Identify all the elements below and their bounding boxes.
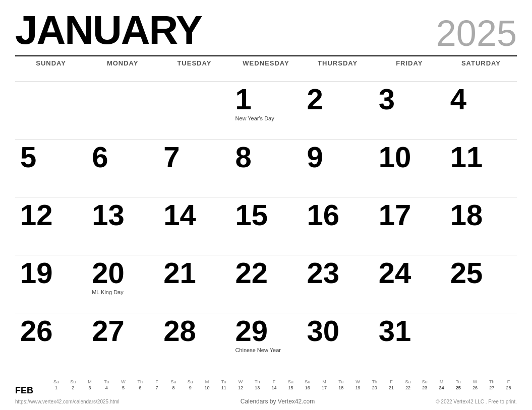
footer-left: https://www.vertex42.com/calendars/2025.… [15, 399, 120, 404]
day-cell: 25 [445, 255, 517, 313]
mini-day-cell: 13 [249, 385, 266, 390]
day-number: 24 [379, 258, 411, 288]
mini-header-cell: M [199, 379, 215, 385]
mini-header-cell: Sa [400, 379, 417, 385]
mini-header-cell: Tu [215, 379, 232, 385]
day-cell: 20ML King Day [87, 255, 158, 313]
footer-center: Calendars by Vertex42.com [241, 398, 315, 405]
day-cell: 12 [15, 197, 87, 255]
day-number: 2 [307, 85, 323, 114]
mini-day-cell: 18 [333, 385, 349, 390]
mini-header-cell: W [466, 379, 483, 385]
mini-day-cell: 25 [450, 385, 466, 390]
header-row: JANUARY 2025 [15, 10, 517, 51]
mini-day-cell: 24 [433, 385, 450, 390]
mini-header-cell: Su [182, 379, 199, 385]
day-number: 4 [450, 85, 466, 114]
mini-day-cell: 16 [299, 385, 316, 390]
day-number: 5 [20, 143, 36, 172]
mini-header-cell: F [148, 379, 165, 385]
mini-day-cell: 11 [215, 385, 232, 390]
day-header: THURSDAY [302, 55, 374, 81]
day-cell: 4 [445, 81, 517, 139]
mini-header-cell: Sa [165, 379, 182, 385]
mini-calendar-section: FEB SaSuMTuWThFSaSuMTuWThFSaSuMTuWThFSaS… [15, 375, 517, 396]
day-header: MONDAY [87, 55, 158, 81]
day-cell: 10 [374, 139, 445, 197]
day-cell: 28 [158, 313, 230, 371]
mini-day-cell: 20 [366, 385, 383, 390]
mini-header-cell: Su [299, 379, 316, 385]
day-cell: 24 [374, 255, 445, 313]
mini-day-cell: 28 [500, 385, 517, 390]
day-cell: 14 [158, 197, 230, 255]
day-number: 30 [307, 316, 340, 346]
mini-header-cell: M [81, 379, 98, 385]
day-number: 14 [163, 200, 196, 230]
year-title: 2025 [436, 10, 517, 51]
day-number: 25 [450, 258, 483, 288]
mini-day-cell: 6 [132, 385, 148, 390]
day-cell: 11 [445, 139, 517, 197]
mini-day-cell: 7 [148, 385, 165, 390]
day-cell: 19 [15, 255, 87, 313]
mini-day-cell: 22 [400, 385, 417, 390]
mini-day-cell: 2 [65, 385, 81, 390]
day-cell: 1New Year's Day [230, 81, 302, 139]
day-number: 18 [450, 200, 483, 230]
mini-header-cell: Th [484, 379, 500, 385]
mini-header-cell: Tu [450, 379, 466, 385]
mini-header-cell: F [500, 379, 517, 385]
day-cell: 17 [374, 197, 445, 255]
mini-header-cell: Sa [282, 379, 299, 385]
mini-header-cell: F [266, 379, 282, 385]
day-number: 28 [163, 316, 196, 346]
mini-header-cell: Su [417, 379, 433, 385]
day-number: 9 [307, 143, 323, 172]
day-number: 26 [20, 316, 53, 346]
day-number: 6 [92, 143, 108, 172]
day-cell [445, 313, 517, 371]
mini-day-cell: 17 [316, 385, 332, 390]
mini-day-cell: 4 [98, 385, 115, 390]
day-number: 21 [163, 258, 196, 288]
mini-day-cell: 14 [266, 385, 282, 390]
day-number: 11 [450, 143, 483, 172]
day-header: FRIDAY [374, 55, 445, 81]
footer-right: © 2022 Vertex42 LLC . Free to print. [436, 399, 517, 404]
mini-header-cell: W [115, 379, 132, 385]
calendar-container: JANUARY 2025 SUNDAYMONDAYTUESDAYWEDNESDA… [0, 0, 532, 410]
day-cell [15, 81, 87, 139]
day-header: WEDNESDAY [230, 55, 302, 81]
day-number: 7 [163, 143, 180, 172]
days-grid: SUNDAYMONDAYTUESDAYWEDNESDAYTHURSDAYFRID… [15, 55, 517, 371]
mini-header-cell: M [316, 379, 332, 385]
mini-header-cell: W [232, 379, 249, 385]
day-cell: 16 [302, 197, 374, 255]
mini-day-cell: 8 [165, 385, 182, 390]
day-number: 3 [379, 85, 395, 114]
day-cell: 9 [302, 139, 374, 197]
holiday-text: New Year's Day [235, 115, 274, 122]
day-cell: 6 [87, 139, 158, 197]
mini-day-cell: 5 [115, 385, 132, 390]
day-number: 13 [92, 200, 125, 230]
day-cell: 13 [87, 197, 158, 255]
day-cell: 8 [230, 139, 302, 197]
day-cell: 30 [302, 313, 374, 371]
day-header: SATURDAY [445, 55, 517, 81]
day-cell: 26 [15, 313, 87, 371]
day-cell: 29Chinese New Year [230, 313, 302, 371]
holiday-text: ML King Day [92, 289, 124, 296]
day-number: 15 [235, 200, 268, 230]
mini-day-cell: 12 [232, 385, 249, 390]
day-number: 8 [235, 143, 251, 172]
day-cell: 7 [158, 139, 230, 197]
mini-day-cell: 19 [349, 385, 366, 390]
day-number: 23 [307, 258, 340, 288]
day-number: 29 [235, 316, 268, 346]
day-number: 10 [379, 143, 411, 172]
day-cell: 3 [374, 81, 445, 139]
mini-day-cell: 1 [48, 385, 65, 390]
mini-header-cell: W [349, 379, 366, 385]
